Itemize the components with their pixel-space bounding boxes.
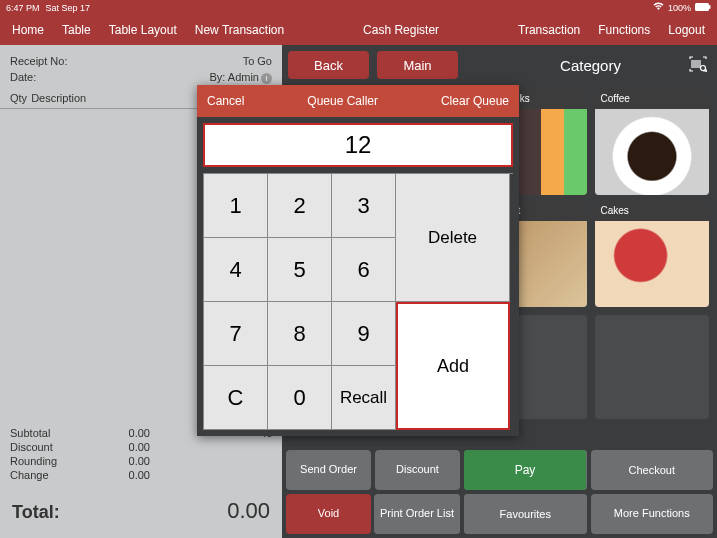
queue-display: 12 bbox=[203, 123, 513, 167]
menu-table[interactable]: Table bbox=[62, 23, 91, 37]
modal-title: Queue Caller bbox=[307, 94, 378, 108]
keypad: 1 2 3 Delete 4 5 6 7 8 9 Add C 0 Recall bbox=[203, 173, 513, 430]
more-functions-button[interactable]: More Functions bbox=[591, 494, 714, 534]
tile-label: Coffee bbox=[595, 91, 710, 109]
category-tile-coffee[interactable]: Coffee bbox=[595, 91, 710, 195]
menu-logout[interactable]: Logout bbox=[668, 23, 705, 37]
favourites-button[interactable]: Favourites bbox=[464, 494, 587, 534]
wifi-icon bbox=[653, 2, 664, 13]
status-bar: 6:47 PM Sat Sep 17 100% bbox=[0, 0, 717, 15]
subtotal-value: 0.00 bbox=[100, 427, 150, 439]
checkout-button[interactable]: Checkout bbox=[591, 450, 714, 490]
discount-label: Discount bbox=[10, 441, 100, 453]
key-3[interactable]: 3 bbox=[332, 174, 396, 238]
key-6[interactable]: 6 bbox=[332, 238, 396, 302]
key-2[interactable]: 2 bbox=[268, 174, 332, 238]
subtotal-label: Subtotal bbox=[10, 427, 100, 439]
receipt-no-label: Receipt No: bbox=[10, 55, 67, 67]
key-4[interactable]: 4 bbox=[204, 238, 268, 302]
key-recall[interactable]: Recall bbox=[332, 366, 396, 430]
tile-label: Cakes bbox=[595, 203, 710, 221]
modal-clear-button[interactable]: Clear Queue bbox=[441, 94, 509, 108]
change-value: 0.00 bbox=[100, 469, 150, 481]
tile-image bbox=[595, 221, 710, 307]
back-button[interactable]: Back bbox=[288, 51, 369, 79]
rounding-value: 0.00 bbox=[100, 455, 150, 467]
receipt-date-label: Date: bbox=[10, 71, 36, 84]
rounding-label: Rounding bbox=[10, 455, 100, 467]
category-tile-cakes[interactable]: Cakes bbox=[595, 203, 710, 307]
modal-cancel-button[interactable]: Cancel bbox=[207, 94, 244, 108]
total-label: Total: bbox=[12, 502, 60, 523]
menu-table-layout[interactable]: Table Layout bbox=[109, 23, 177, 37]
menu-transaction[interactable]: Transaction bbox=[518, 23, 580, 37]
svg-point-7 bbox=[701, 65, 706, 70]
key-7[interactable]: 7 bbox=[204, 302, 268, 366]
receipt-by: By: Admini bbox=[209, 71, 272, 84]
col-desc: Description bbox=[31, 92, 86, 104]
key-add[interactable]: Add bbox=[396, 302, 510, 430]
menu-functions[interactable]: Functions bbox=[598, 23, 650, 37]
svg-rect-0 bbox=[695, 3, 709, 11]
info-icon[interactable]: i bbox=[261, 73, 272, 84]
receipt-togo: To Go bbox=[243, 55, 272, 67]
menu-bar: Home Table Table Layout New Transaction … bbox=[0, 15, 717, 45]
key-5[interactable]: 5 bbox=[268, 238, 332, 302]
send-order-button[interactable]: Send Order bbox=[286, 450, 371, 490]
key-1[interactable]: 1 bbox=[204, 174, 268, 238]
key-0[interactable]: 0 bbox=[268, 366, 332, 430]
col-qty: Qty bbox=[10, 92, 27, 104]
menu-title: Cash Register bbox=[363, 23, 439, 37]
pay-button[interactable]: Pay bbox=[464, 450, 586, 490]
menu-home[interactable]: Home bbox=[12, 23, 44, 37]
barcode-scan-icon[interactable] bbox=[689, 56, 707, 75]
total-value: 0.00 bbox=[227, 498, 270, 524]
void-button[interactable]: Void bbox=[286, 494, 371, 534]
key-9[interactable]: 9 bbox=[332, 302, 396, 366]
main-button[interactable]: Main bbox=[377, 51, 458, 79]
discount-button[interactable]: Discount bbox=[375, 450, 460, 490]
status-time: 6:47 PM bbox=[6, 3, 40, 13]
discount-value: 0.00 bbox=[100, 441, 150, 453]
print-list-button[interactable]: Print Order List bbox=[374, 494, 460, 534]
key-c[interactable]: C bbox=[204, 366, 268, 430]
status-date: Sat Sep 17 bbox=[46, 3, 91, 13]
queue-caller-modal: Cancel Queue Caller Clear Queue 12 1 2 3… bbox=[197, 85, 519, 436]
key-8[interactable]: 8 bbox=[268, 302, 332, 366]
tile-image bbox=[595, 109, 710, 195]
change-label: Change bbox=[10, 469, 100, 481]
svg-line-8 bbox=[705, 70, 707, 72]
status-battery-pct: 100% bbox=[668, 3, 691, 13]
category-title: Category bbox=[560, 57, 621, 74]
battery-icon bbox=[695, 3, 711, 13]
category-tile-empty: . bbox=[595, 315, 710, 419]
menu-new-transaction[interactable]: New Transaction bbox=[195, 23, 284, 37]
svg-rect-1 bbox=[709, 5, 711, 9]
key-delete[interactable]: Delete bbox=[396, 174, 510, 302]
